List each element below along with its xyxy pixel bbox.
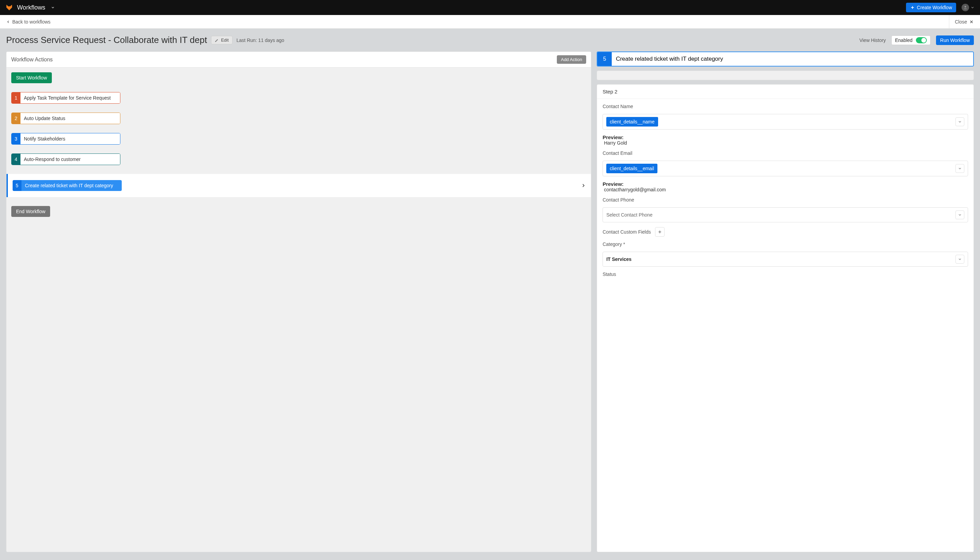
category-select[interactable]: IT Services: [602, 252, 968, 267]
sub-bar: Back to workflows Close: [0, 15, 980, 28]
contact-email-label: Contact Email: [602, 150, 968, 156]
custom-fields-label: Contact Custom Fields: [602, 229, 651, 235]
chevron-down-icon: [955, 164, 964, 173]
switch-on-icon: [916, 37, 927, 43]
add-custom-field-button[interactable]: [655, 227, 665, 237]
enabled-toggle[interactable]: Enabled: [891, 35, 930, 45]
end-workflow-pill[interactable]: End Workflow: [11, 206, 50, 217]
workflow-actions-panel: Workflow Actions Add Action Start Workfl…: [6, 52, 591, 552]
category-value: IT Services: [606, 257, 632, 262]
chevron-down-icon[interactable]: [51, 5, 55, 10]
contact-phone-placeholder: Select Contact Phone: [606, 212, 652, 218]
pencil-icon: [215, 38, 219, 42]
action-detail-panel: 5 Step 2 Contact Name client_details__na…: [597, 52, 974, 552]
run-workflow-button[interactable]: Run Workflow: [936, 35, 974, 45]
status-label: Status: [602, 272, 968, 277]
category-label: Category: [602, 242, 968, 247]
chevron-right-icon: [581, 183, 586, 188]
chevron-down-icon: [955, 210, 964, 219]
close-icon: [969, 20, 974, 24]
action-title-input[interactable]: [612, 52, 973, 66]
chevron-down-icon: [955, 255, 964, 263]
svg-point-2: [965, 6, 967, 8]
workflow-actions-title: Workflow Actions: [11, 57, 53, 63]
preview-label: Preview:: [602, 181, 968, 187]
user-menu[interactable]: [962, 4, 975, 11]
edit-button[interactable]: Edit: [211, 36, 232, 44]
contact-phone-select[interactable]: Select Contact Phone: [602, 207, 968, 222]
app-logo-icon: [5, 4, 13, 11]
title-bar: Process Service Request - Collaborate wi…: [0, 28, 980, 52]
top-bar: Workflows Create Workflow: [0, 0, 980, 15]
action-item-1[interactable]: 1 Apply Task Template for Service Reques…: [11, 92, 120, 104]
contact-email-chip: client_details__email: [606, 164, 657, 173]
back-to-workflows-link[interactable]: Back to workflows: [6, 19, 50, 25]
contact-name-select[interactable]: client_details__name: [602, 114, 968, 130]
step-title: Step 2: [597, 85, 973, 99]
preview-label: Preview:: [602, 134, 968, 140]
contact-phone-label: Contact Phone: [602, 197, 968, 203]
contact-name-label: Contact Name: [602, 104, 968, 109]
action-title-input-wrap: 5: [597, 52, 974, 67]
action-item-4[interactable]: 4 Auto-Respond to customer: [11, 153, 120, 165]
plus-icon: [910, 5, 915, 10]
start-workflow-pill[interactable]: Start Workflow: [11, 72, 52, 83]
chevron-down-icon: [955, 117, 964, 126]
contact-email-preview: contactharrygold@gmail.com: [602, 187, 968, 192]
add-action-button[interactable]: Add Action: [557, 55, 586, 64]
action-item-5-selected[interactable]: 5 Create related ticket with IT dept cat…: [7, 174, 591, 197]
contact-name-preview: Harry Gold: [602, 140, 968, 146]
action-number-badge: 5: [597, 52, 612, 66]
page-title: Process Service Request - Collaborate wi…: [6, 35, 207, 45]
spacer-bar: [597, 71, 974, 80]
action-item-2[interactable]: 2 Auto Update Status: [11, 113, 120, 124]
contact-email-select[interactable]: client_details__email: [602, 161, 968, 176]
contact-name-chip: client_details__name: [606, 117, 658, 127]
app-section-title[interactable]: Workflows: [17, 4, 45, 11]
last-run-text: Last Run: 11 days ago: [237, 38, 285, 43]
close-button[interactable]: Close: [949, 15, 974, 28]
avatar-icon: [962, 4, 969, 11]
create-workflow-button[interactable]: Create Workflow: [906, 3, 956, 12]
step-card: Step 2 Contact Name client_details__name…: [597, 84, 974, 552]
view-history-link[interactable]: View History: [859, 38, 886, 43]
action-item-3[interactable]: 3 Notify Stakeholders: [11, 133, 120, 145]
